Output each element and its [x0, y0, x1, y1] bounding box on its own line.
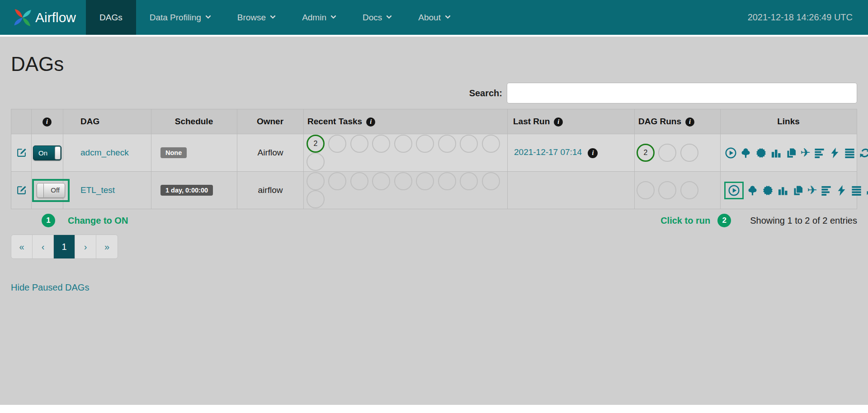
- step-2-text: Click to run: [660, 216, 710, 226]
- tree-view-icon[interactable]: [740, 147, 752, 159]
- step-2-badge: 2: [717, 214, 731, 227]
- graph-view-icon[interactable]: [762, 184, 774, 197]
- task-state-circle[interactable]: [328, 135, 346, 153]
- dag-run-circle[interactable]: [680, 144, 698, 162]
- dag-run-circle[interactable]: [658, 181, 676, 199]
- task-state-circle[interactable]: [416, 135, 434, 153]
- dag-run-circle[interactable]: [680, 181, 698, 199]
- annotation-step-1: 1 Change to ON: [42, 214, 128, 227]
- page-title: DAGs: [11, 37, 857, 75]
- edit-dag-icon[interactable]: [16, 146, 27, 158]
- pagination-prev[interactable]: ‹: [33, 235, 54, 258]
- menu-item-browse[interactable]: Browse: [224, 0, 288, 35]
- airflow-brand[interactable]: Airflow: [12, 0, 76, 35]
- task-duration-icon[interactable]: [770, 147, 782, 159]
- search-label: Search:: [469, 88, 502, 99]
- dag-pause-toggle-on[interactable]: On: [33, 145, 61, 160]
- menu-item-data-profiling[interactable]: Data Profiling: [136, 0, 224, 35]
- pagination-first[interactable]: «: [11, 235, 33, 258]
- dag-run-circle-success[interactable]: 2: [637, 144, 655, 162]
- task-instances-icon[interactable]: [850, 184, 863, 197]
- task-state-circle[interactable]: [416, 172, 434, 190]
- tree-view-icon[interactable]: [746, 184, 759, 197]
- last-run-link[interactable]: 2021-12-17 07:14: [514, 147, 582, 157]
- trigger-dag-icon[interactable]: [725, 147, 737, 159]
- task-state-circle[interactable]: [438, 135, 456, 153]
- info-icon: i: [685, 117, 694, 127]
- dag-run-circle[interactable]: [637, 181, 655, 199]
- landing-times-icon[interactable]: ✈: [800, 147, 811, 159]
- trigger-dag-icon[interactable]: [728, 184, 740, 197]
- gantt-view-icon[interactable]: [820, 184, 832, 197]
- search-input[interactable]: [507, 83, 857, 103]
- pagination-next[interactable]: ›: [75, 235, 96, 258]
- code-view-icon[interactable]: [829, 147, 841, 159]
- gantt-view-icon[interactable]: [813, 147, 826, 159]
- task-state-circle-success[interactable]: 2: [307, 135, 325, 153]
- chevron-down-icon: [270, 13, 276, 19]
- dags-table: i DAG Schedule Owner Recent Tasksi Last …: [11, 109, 857, 209]
- header-dag-runs: DAG Runsi: [635, 109, 721, 134]
- dag-name-link[interactable]: adcm_check: [80, 148, 129, 157]
- task-state-circle[interactable]: [372, 172, 390, 190]
- table-info-text: Showing 1 to 2 of 2 entries: [750, 216, 857, 226]
- task-tries-icon[interactable]: [785, 147, 797, 159]
- task-state-circle[interactable]: [482, 172, 500, 190]
- pagination-last[interactable]: »: [96, 235, 118, 258]
- menu-item-dags[interactable]: DAGs: [86, 0, 136, 35]
- task-state-circle[interactable]: [482, 135, 500, 153]
- header-recent-tasks: Recent Tasksi: [304, 109, 508, 134]
- info-icon: i: [42, 117, 52, 127]
- header-info-col: i: [32, 109, 63, 134]
- pagination: « ‹ 1 › »: [11, 235, 118, 259]
- dag-run-circle[interactable]: [658, 144, 676, 162]
- graph-view-icon[interactable]: [755, 147, 767, 159]
- header-last-run[interactable]: Last Runi: [508, 109, 635, 134]
- edit-dag-icon[interactable]: [16, 184, 27, 195]
- task-state-circle[interactable]: [307, 190, 325, 208]
- links-cell: ✈: [721, 172, 857, 209]
- hide-paused-dags-link[interactable]: Hide Paused DAGs: [11, 282, 89, 293]
- owner-cell: Airflow: [237, 134, 304, 172]
- chevron-down-icon: [386, 13, 392, 19]
- header-owner[interactable]: Owner: [237, 109, 304, 134]
- annotation-step-2: Click to run 2 Showing 1 to 2 of 2 entri…: [660, 214, 857, 227]
- task-state-circle[interactable]: [307, 172, 325, 190]
- task-state-circle[interactable]: [307, 153, 325, 171]
- dag-row-etl-test: Off ETL_test 1 day, 0:00:00 airflow: [11, 172, 857, 209]
- dag-row-adcm-check: On adcm_check None Airflow 2: [11, 134, 857, 172]
- landing-times-icon[interactable]: ✈: [807, 184, 817, 197]
- refresh-icon[interactable]: [866, 184, 868, 197]
- menu-item-docs[interactable]: Docs: [349, 0, 405, 35]
- recent-tasks-cell: 2: [304, 134, 508, 172]
- pagination-page-1[interactable]: 1: [54, 235, 75, 258]
- dag-pause-toggle-off[interactable]: Off: [37, 183, 65, 198]
- task-state-circle[interactable]: [372, 135, 390, 153]
- task-state-circle[interactable]: [460, 172, 478, 190]
- toggle-knob: [55, 146, 61, 160]
- menu-item-about[interactable]: About: [405, 0, 463, 35]
- chevron-down-icon: [330, 13, 336, 19]
- task-tries-icon[interactable]: [792, 184, 804, 197]
- schedule-badge: None: [160, 147, 187, 158]
- dag-runs-cell: 2: [635, 134, 721, 172]
- code-view-icon[interactable]: [835, 184, 848, 197]
- task-state-circle[interactable]: [350, 172, 368, 190]
- main-menu: DAGs Data Profiling Browse Admin Docs Ab…: [86, 0, 463, 35]
- task-state-circle[interactable]: [394, 135, 412, 153]
- task-duration-icon[interactable]: [777, 184, 789, 197]
- header-edit-col: [11, 109, 32, 134]
- owner-cell: airflow: [237, 172, 304, 209]
- task-state-circle[interactable]: [350, 135, 368, 153]
- task-state-circle[interactable]: [438, 172, 456, 190]
- refresh-icon[interactable]: [859, 147, 868, 159]
- task-state-circle[interactable]: [460, 135, 478, 153]
- task-state-circle[interactable]: [328, 172, 346, 190]
- dag-name-link[interactable]: ETL_test: [80, 185, 115, 195]
- menu-item-admin[interactable]: Admin: [288, 0, 349, 35]
- header-dag[interactable]: DAG: [63, 109, 151, 134]
- task-state-circle[interactable]: [394, 172, 412, 190]
- header-schedule[interactable]: Schedule: [151, 109, 237, 134]
- task-instances-icon[interactable]: [844, 147, 856, 159]
- info-icon: i: [554, 117, 563, 127]
